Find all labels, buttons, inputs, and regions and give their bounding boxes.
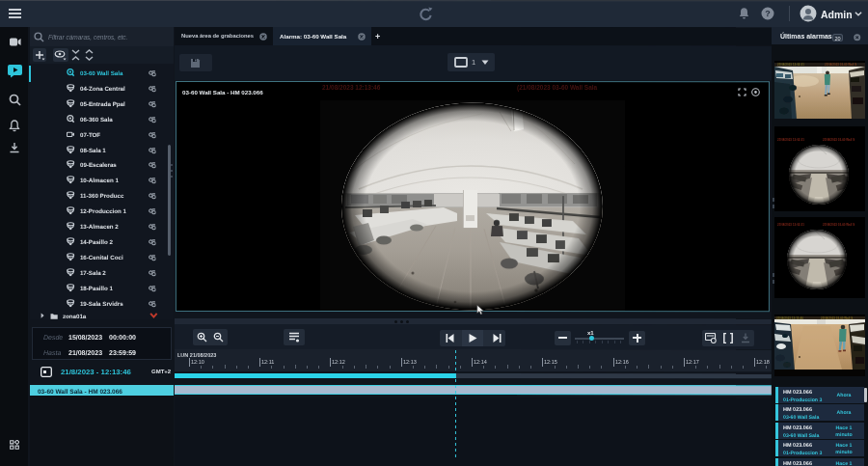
svg-text:?: ? — [765, 9, 771, 18]
svg-text:21/08/2023 03-60 Wall S: 21/08/2023 03-60 Wall S — [825, 63, 856, 67]
svg-text:21/08/2023 12:13:46: 21/08/2023 12:13:46 — [776, 316, 803, 320]
svg-text:21/08/2023 03-60 Wall S: 21/08/2023 03-60 Wall S — [823, 138, 854, 142]
svg-text:21/08/2023 12:02:31: 21/08/2023 12:02:31 — [777, 223, 804, 227]
svg-text:21/08/2023 12:02:31: 21/08/2023 12:02:31 — [777, 138, 804, 142]
svg-text:21/08/2023 03-60 Wall S: 21/08/2023 03-60 Wall S — [821, 316, 853, 320]
svg-text:21/08/2023 12:02:31: 21/08/2023 12:02:31 — [777, 63, 804, 67]
svg-text:21/08/2023 03-60 Wall S: 21/08/2023 03-60 Wall S — [823, 223, 854, 227]
